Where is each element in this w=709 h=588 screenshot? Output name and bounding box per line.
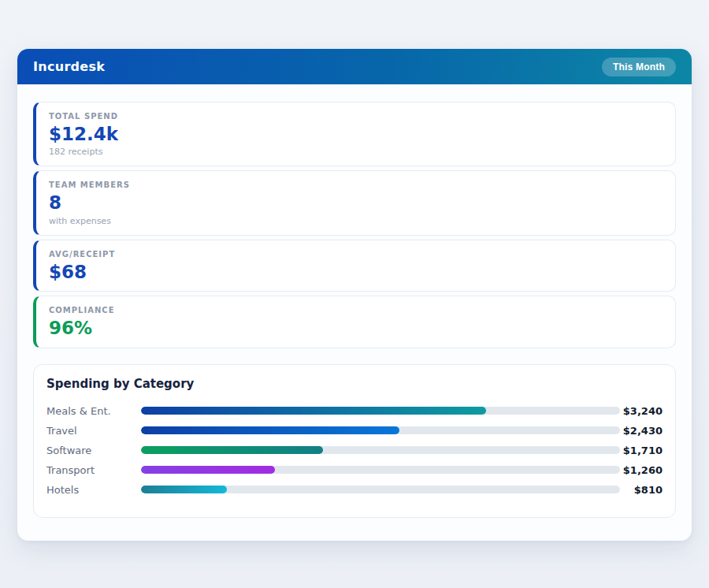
bar-meals bbox=[141, 407, 486, 415]
stat-value: 96% bbox=[49, 318, 663, 338]
category-label: Hotels bbox=[46, 484, 141, 496]
bar-track bbox=[141, 407, 620, 415]
category-label: Meals & Ent. bbox=[46, 405, 141, 417]
stat-label: TEAM MEMBERS bbox=[49, 180, 663, 189]
bar-travel bbox=[141, 426, 399, 434]
category-label: Software bbox=[46, 445, 141, 456]
bar-track bbox=[141, 446, 620, 454]
stat-subtext: with expenses bbox=[49, 216, 663, 226]
dashboard-card: Incurdesk This Month TOTAL SPEND $12.4k … bbox=[17, 49, 692, 541]
chart-row: Meals & Ent. $3,240 bbox=[46, 401, 663, 421]
category-value: $2,430 bbox=[620, 425, 663, 437]
category-value: $1,260 bbox=[620, 464, 663, 476]
dashboard-content: TOTAL SPEND $12.4k 182 receipts TEAM MEM… bbox=[17, 84, 692, 518]
stat-card-total-spend: TOTAL SPEND $12.4k 182 receipts bbox=[33, 102, 676, 166]
stat-value: $68 bbox=[49, 262, 663, 282]
bar-software bbox=[141, 446, 323, 454]
app-title: Incurdesk bbox=[33, 59, 105, 74]
bar-track bbox=[141, 486, 620, 493]
stat-subtext: 182 receipts bbox=[49, 147, 663, 157]
category-value: $1,710 bbox=[620, 445, 663, 456]
chart-title: Spending by Category bbox=[46, 377, 663, 391]
category-value: $810 bbox=[620, 484, 663, 496]
bar-transport bbox=[141, 466, 275, 474]
stat-value: 8 bbox=[49, 192, 663, 213]
chart-row: Hotels $810 bbox=[46, 480, 663, 500]
category-value: $3,240 bbox=[620, 405, 663, 417]
stat-label: TOTAL SPEND bbox=[49, 112, 663, 121]
stat-card-team-members: TEAM MEMBERS 8 with expenses bbox=[33, 170, 676, 235]
stat-label: COMPLIANCE bbox=[49, 306, 663, 314]
category-label: Travel bbox=[46, 425, 141, 437]
bar-track bbox=[141, 466, 620, 474]
spending-by-category-panel: Spending by Category Meals & Ent. $3,240… bbox=[33, 364, 676, 518]
bar-hotels bbox=[141, 486, 227, 493]
stat-label: AVG/RECEIPT bbox=[49, 250, 663, 259]
chart-row: Transport $1,260 bbox=[46, 460, 663, 480]
bar-track bbox=[141, 426, 620, 434]
stat-card-avg-receipt: AVG/RECEIPT $68 bbox=[33, 240, 676, 292]
chart-row: Software $1,710 bbox=[46, 441, 663, 460]
period-filter-badge[interactable]: This Month bbox=[602, 58, 676, 76]
stat-value: $12.4k bbox=[49, 124, 663, 144]
category-label: Transport bbox=[46, 464, 141, 476]
chart-row: Travel $2,430 bbox=[46, 421, 663, 441]
stat-card-compliance: COMPLIANCE 96% bbox=[33, 296, 676, 348]
app-header: Incurdesk This Month bbox=[17, 49, 692, 84]
